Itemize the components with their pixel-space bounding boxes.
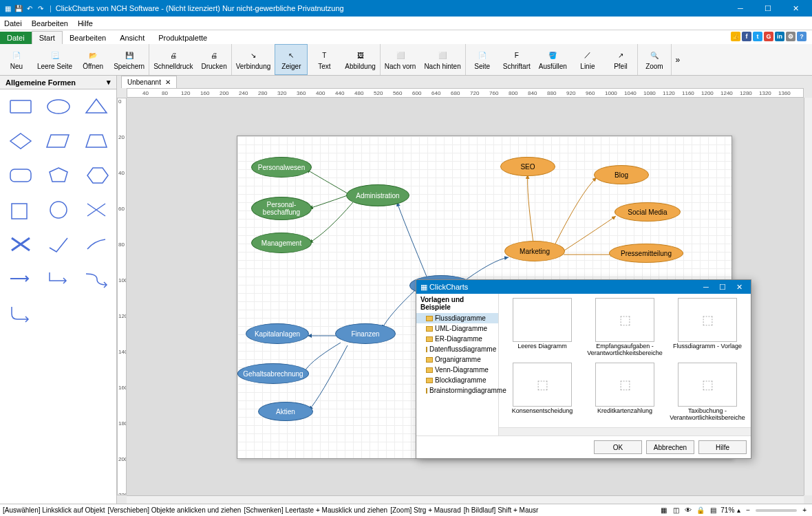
shape-3[interactable]: [3, 129, 38, 153]
eye-icon[interactable]: 👁: [683, 506, 693, 515]
close-tab-icon[interactable]: ✕: [165, 78, 171, 86]
ribbon-pfeil-button[interactable]: ↗Pfeil: [604, 44, 637, 75]
dialog-close-button[interactable]: ✕: [732, 283, 747, 291]
twitter-icon[interactable]: t: [753, 32, 762, 41]
dialog-title-bar[interactable]: ▦ ClickCharts ─ ☐ ✕: [416, 280, 751, 294]
tree-item-uml-diagramme[interactable]: UML-Diagramme: [416, 323, 498, 334]
node-seo[interactable]: SEO: [500, 157, 555, 176]
close-button[interactable]: ✕: [782, 0, 809, 17]
ribbon-nach-hinten-button[interactable]: ⬜Nach hinten: [420, 44, 464, 75]
node-aktien[interactable]: Aktien: [258, 402, 313, 421]
node-administration[interactable]: Administration: [346, 184, 409, 206]
ribbon-tab-bearbeiten[interactable]: Bearbeiten: [63, 32, 113, 44]
zoom-chevron-icon[interactable]: ▴: [737, 506, 740, 514]
tree-item-blockdiagramme[interactable]: Blockdiagramme: [416, 375, 498, 385]
shape-10[interactable]: [41, 198, 76, 222]
shape-18[interactable]: [3, 301, 38, 325]
node-social-media[interactable]: Social Media: [615, 202, 681, 222]
ribbon-abbildung-button[interactable]: 🖼Abbildung: [341, 44, 379, 75]
ribbon-linie-button[interactable]: ／Linie: [571, 44, 604, 75]
shape-17[interactable]: [78, 267, 114, 290]
ribbon-öffnen-button[interactable]: 📂Öffnen: [76, 44, 109, 75]
facebook-icon[interactable]: f: [742, 32, 751, 41]
shape-5[interactable]: [78, 129, 114, 153]
ribbon-tab-ansicht[interactable]: Ansicht: [113, 32, 151, 44]
minimize-button[interactable]: ─: [727, 0, 754, 17]
dialog-minimize-button[interactable]: ─: [699, 283, 713, 291]
menu-hilfe[interactable]: Hilfe: [78, 19, 93, 28]
shape-7[interactable]: [41, 164, 76, 187]
grid-icon[interactable]: ▦: [659, 506, 668, 515]
ribbon-zeiger-button[interactable]: ↖Zeiger: [275, 44, 308, 75]
ribbon-neu-button[interactable]: 📄Neu: [0, 44, 33, 75]
layers-icon[interactable]: ▤: [708, 506, 718, 515]
ribbon-more-button[interactable]: »: [672, 55, 684, 65]
tree-item-flussdiagramme[interactable]: Flussdiagramme: [416, 313, 498, 323]
ribbon-schnelldruck-button[interactable]: 🖨Schnelldruck: [149, 44, 197, 75]
shape-16[interactable]: [41, 267, 76, 290]
shape-11[interactable]: [78, 198, 114, 222]
ribbon-tab-file[interactable]: Datei: [0, 32, 32, 44]
shape-12[interactable]: [3, 233, 38, 256]
tree-item-datenflussdiagramme[interactable]: Datenflussdiagramme: [416, 344, 498, 354]
template-4[interactable]: ⬚Kreditkartenzahlung: [586, 363, 664, 423]
ribbon-drucken-button[interactable]: 🖨Drucken: [197, 44, 231, 75]
shape-14[interactable]: [78, 233, 114, 256]
dialog-ok-button[interactable]: OK: [594, 440, 642, 454]
node-kapitalanlagen[interactable]: Kapitalanlagen: [246, 323, 309, 344]
ribbon-tab-produktpalette[interactable]: Produktpalette: [151, 32, 214, 44]
lock-icon[interactable]: 🔒: [696, 506, 705, 515]
ribbon-seite-button[interactable]: 📄Seite: [466, 44, 499, 75]
shapes-panel-header[interactable]: Allgemeine Formen ▾: [0, 76, 116, 89]
maximize-button[interactable]: ☐: [754, 0, 782, 17]
shape-2[interactable]: [78, 95, 114, 118]
shape-0[interactable]: [3, 95, 38, 118]
thumbs-up-icon[interactable]: 👍: [731, 32, 740, 41]
ribbon-tab-start[interactable]: Start: [32, 31, 63, 44]
shape-6[interactable]: [3, 164, 38, 187]
tree-item-organigramme[interactable]: Organigramme: [416, 354, 498, 365]
node-finanzen[interactable]: Finanzen: [335, 323, 396, 344]
node-personalwesen[interactable]: Personalwesen: [251, 157, 312, 178]
shape-8[interactable]: [78, 164, 114, 187]
qat-redo-icon[interactable]: ↷: [36, 3, 45, 13]
shape-4[interactable]: [41, 129, 76, 153]
zoom-in-button[interactable]: +: [800, 506, 809, 514]
google-plus-icon[interactable]: G: [764, 32, 773, 41]
shape-13[interactable]: [41, 233, 76, 256]
dialog-maximize-button[interactable]: ☐: [715, 283, 730, 291]
settings-icon[interactable]: ⚙: [786, 32, 795, 41]
ribbon-speichern-button[interactable]: 💾Speichern: [109, 44, 149, 75]
ribbon-verbindung-button[interactable]: ↘Verbindung: [232, 44, 275, 75]
ribbon-text-button[interactable]: TText: [308, 44, 341, 75]
tree-item-brainstormingdiagramme[interactable]: Brainstormingdiagramme: [416, 385, 498, 396]
ribbon-ausfüllen-button[interactable]: 🪣Ausfüllen: [535, 44, 571, 75]
zoom-out-button[interactable]: −: [743, 506, 753, 514]
node-marketing[interactable]: Marketing: [504, 241, 565, 261]
template-0[interactable]: Leeres Diagramm: [503, 298, 581, 358]
qat-undo-icon[interactable]: ↶: [25, 3, 34, 13]
node-management[interactable]: Management: [251, 233, 312, 253]
vertical-scrollbar[interactable]: [804, 98, 812, 495]
node-pressemitteilung[interactable]: Pressemitteilung: [609, 244, 683, 263]
zoom-slider[interactable]: [756, 509, 797, 512]
menu-datei[interactable]: Datei: [4, 19, 22, 28]
help-icon[interactable]: ?: [797, 32, 806, 41]
qat-save-icon[interactable]: 💾: [14, 3, 23, 13]
linkedin-icon[interactable]: in: [775, 32, 784, 41]
ribbon-nach-vorn-button[interactable]: ⬜Nach vorn: [381, 44, 420, 75]
snap-icon[interactable]: ◫: [671, 506, 681, 515]
document-tab[interactable]: Unbenannt ✕: [121, 76, 177, 88]
menu-bearbeiten[interactable]: Bearbeiten: [32, 19, 68, 28]
dialog-horizontal-scrollbar[interactable]: [499, 427, 751, 436]
template-2[interactable]: ⬚Flussdiagramm - Vorlage: [668, 298, 747, 358]
template-1[interactable]: ⬚Empfangsaufgaben - Verantwortlichkeitsb…: [586, 298, 664, 358]
dialog-help-button[interactable]: Hilfe: [698, 440, 747, 454]
template-5[interactable]: ⬚Taxibuchung - Verantwortlichkeitsbereic…: [668, 363, 747, 423]
ribbon-schriftart-button[interactable]: FSchriftart: [499, 44, 535, 75]
tree-item-er-diagramme[interactable]: ER-Diagramme: [416, 334, 498, 344]
ribbon-leere-seite-button[interactable]: 📃Leere Seite: [33, 44, 76, 75]
template-3[interactable]: ⬚Konsensentscheidung: [503, 363, 581, 423]
node-blog[interactable]: Blog: [594, 165, 649, 184]
node-personalbeschaffung[interactable]: Personal- beschaffung: [251, 197, 312, 220]
